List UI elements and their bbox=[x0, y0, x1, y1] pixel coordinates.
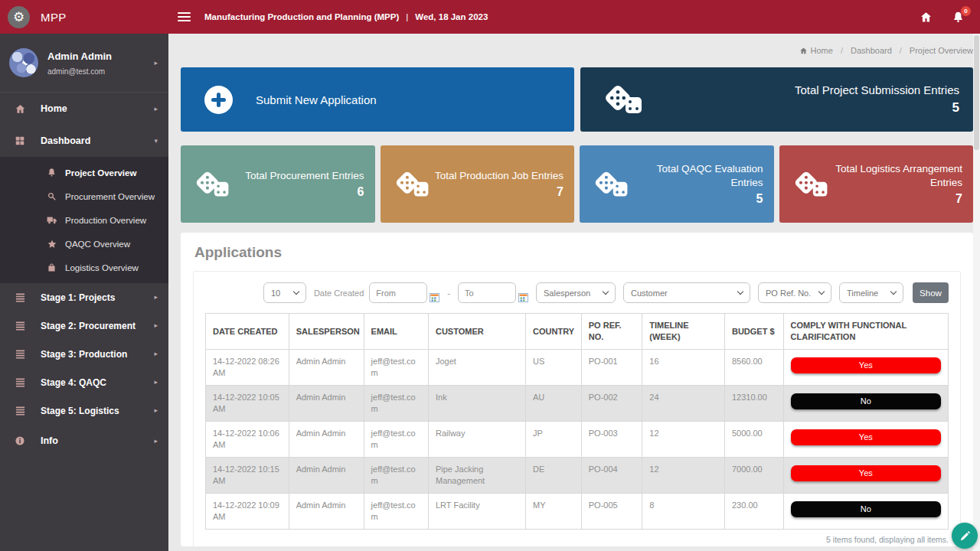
chevron-right-icon: ▸ bbox=[154, 106, 158, 112]
cell-customer: Railway bbox=[428, 422, 525, 458]
cell-timeline: 16 bbox=[642, 350, 725, 386]
cell-budget: 8560.00 bbox=[724, 350, 783, 386]
cell-budget: 5000.00 bbox=[724, 422, 783, 458]
salesperson-select[interactable]: Salesperson bbox=[536, 282, 616, 303]
brand[interactable]: ⚙ MPP bbox=[0, 6, 168, 28]
scrollbar-thumb[interactable] bbox=[974, 35, 979, 150]
cell-salesperson: Admin Admin bbox=[289, 458, 364, 494]
dashboard-submenu: Project Overview Procurement Overview Pr… bbox=[0, 157, 168, 283]
chevron-right-icon: ▸ bbox=[154, 379, 158, 386]
comply-status-button[interactable]: Yes bbox=[791, 465, 941, 481]
cell-budget: 12310.00 bbox=[724, 386, 783, 422]
calendar-button[interactable] bbox=[518, 293, 528, 302]
sidebar-item-dashboard[interactable]: Dashboard ▾ bbox=[0, 125, 168, 157]
home-icon bbox=[920, 11, 933, 24]
list-icon bbox=[15, 377, 30, 388]
table-row: 14-12-2022 10:09 AM Admin Admin jeff@tes… bbox=[206, 494, 949, 530]
applications-panel: 10 Date Created - Salesperso bbox=[193, 271, 961, 551]
info-icon bbox=[15, 435, 30, 446]
submit-label: Submit New Application bbox=[256, 93, 377, 106]
pencil-icon bbox=[959, 530, 971, 542]
main-content: Home / Dashboard / Project Overview Subm… bbox=[168, 34, 980, 551]
breadcrumb-home[interactable]: Home bbox=[799, 46, 833, 55]
po-ref-select[interactable]: PO Ref. No. bbox=[758, 282, 831, 303]
cell-budget: 230.00 bbox=[724, 494, 783, 530]
sidebar-item-stage[interactable]: Stage 1: Projects ▸ bbox=[0, 283, 168, 311]
sidebar-item-stage[interactable]: Stage 3: Production ▸ bbox=[0, 340, 168, 368]
cell-comply: Yes bbox=[783, 422, 948, 458]
search-icon bbox=[47, 191, 60, 201]
timeline-select[interactable]: Timeline bbox=[839, 282, 903, 303]
user-email: admin@test.com bbox=[47, 67, 145, 76]
sidebar-item-logistics-overview[interactable]: Logistics Overview bbox=[0, 256, 168, 279]
cell-po-ref: PO-001 bbox=[581, 350, 642, 386]
cell-email: jeff@test.com bbox=[364, 458, 428, 494]
date-created-label: Date Created bbox=[314, 289, 364, 298]
cell-country: DE bbox=[526, 458, 582, 494]
cell-timeline: 12 bbox=[642, 458, 725, 494]
date-from-input[interactable] bbox=[369, 282, 427, 303]
cell-email: jeff@test.com bbox=[364, 494, 428, 530]
cell-po-ref: PO-003 bbox=[581, 422, 642, 458]
cell-customer: Ink bbox=[428, 386, 525, 422]
user-menu[interactable]: Admin Admin admin@test.com ▸ bbox=[0, 34, 168, 93]
menu-toggle-button[interactable] bbox=[175, 9, 194, 24]
cell-salesperson: Admin Admin bbox=[289, 494, 364, 530]
title-separator: | bbox=[406, 12, 408, 21]
cell-po-ref: PO-005 bbox=[581, 494, 642, 530]
cell-po-ref: PO-004 bbox=[581, 458, 642, 494]
notifications-button[interactable]: 0 bbox=[952, 11, 965, 24]
bag-icon bbox=[47, 262, 60, 272]
brand-name: MPP bbox=[41, 11, 67, 24]
cell-po-ref: PO-002 bbox=[581, 386, 642, 422]
cell-date-created: 14-12-2022 10:05 AM bbox=[206, 386, 289, 422]
chevron-down-icon bbox=[890, 288, 897, 294]
chevron-right-icon: ▸ bbox=[154, 322, 158, 329]
breadcrumb: Home / Dashboard / Project Overview bbox=[181, 34, 973, 67]
cell-comply: Yes bbox=[783, 350, 948, 386]
page-size-select[interactable]: 10 bbox=[263, 282, 306, 303]
cell-date-created: 14-12-2022 10:06 AM bbox=[206, 422, 289, 458]
show-button[interactable]: Show bbox=[913, 282, 949, 303]
sidebar-item-project-overview[interactable]: Project Overview bbox=[0, 161, 168, 184]
sidebar-item-stage[interactable]: Stage 5: Logistics ▸ bbox=[0, 396, 168, 425]
calendar-button[interactable] bbox=[430, 293, 439, 302]
column-header: COMPLY WITH FUNCTIONAL CLARIFICATION bbox=[783, 314, 948, 350]
sidebar-item-stage[interactable]: Stage 2: Procurement ▸ bbox=[0, 311, 168, 340]
cell-country: JP bbox=[526, 422, 582, 458]
stat-card-value: 5 bbox=[795, 100, 959, 116]
notification-badge: 0 bbox=[961, 6, 971, 16]
submit-new-application-button[interactable]: Submit New Application bbox=[181, 67, 574, 132]
home-icon bbox=[15, 103, 30, 115]
edit-fab-button[interactable] bbox=[952, 523, 978, 549]
chevron-down-icon bbox=[737, 288, 743, 294]
app-header: ⚙ MPP Manufacturing Production and Plann… bbox=[0, 0, 980, 34]
stat-card-value: 5 bbox=[633, 192, 763, 206]
sidebar-item-info[interactable]: Info ▸ bbox=[0, 425, 168, 457]
home-button[interactable] bbox=[920, 11, 933, 24]
sidebar-item-procurement-overview[interactable]: Procurement Overview bbox=[0, 184, 168, 208]
column-header: COUNTRY bbox=[526, 314, 582, 350]
customer-select[interactable]: Customer bbox=[623, 282, 750, 303]
app-logo-icon: ⚙ bbox=[8, 6, 30, 28]
sidebar-item-production-overview[interactable]: Production Overview bbox=[0, 208, 168, 232]
comply-status-button[interactable]: Yes bbox=[791, 429, 941, 445]
cell-timeline: 24 bbox=[642, 386, 725, 422]
comply-status-button[interactable]: No bbox=[791, 393, 941, 409]
user-name: Admin Admin bbox=[47, 51, 145, 62]
breadcrumb-dashboard[interactable]: Dashboard bbox=[851, 46, 892, 55]
sidebar-item-stage[interactable]: Stage 4: QAQC ▸ bbox=[0, 368, 168, 396]
scrollbar[interactable] bbox=[973, 34, 980, 551]
date-to-input[interactable] bbox=[458, 282, 516, 303]
comply-status-button[interactable]: Yes bbox=[791, 357, 941, 373]
cell-date-created: 14-12-2022 10:15 AM bbox=[206, 458, 289, 494]
sidebar-item-home[interactable]: Home ▸ bbox=[0, 93, 168, 125]
stat-card-title: Total QAQC Evaluation Entries bbox=[633, 162, 763, 190]
chevron-right-icon: ▸ bbox=[154, 60, 158, 67]
star-icon bbox=[47, 239, 60, 249]
stat-card-value: 6 bbox=[245, 185, 364, 199]
cell-timeline: 8 bbox=[642, 494, 725, 530]
sidebar-item-qaqc-overview[interactable]: QAQC Overview bbox=[0, 232, 168, 256]
chevron-right-icon: ▸ bbox=[154, 407, 158, 414]
comply-status-button[interactable]: No bbox=[791, 501, 941, 517]
